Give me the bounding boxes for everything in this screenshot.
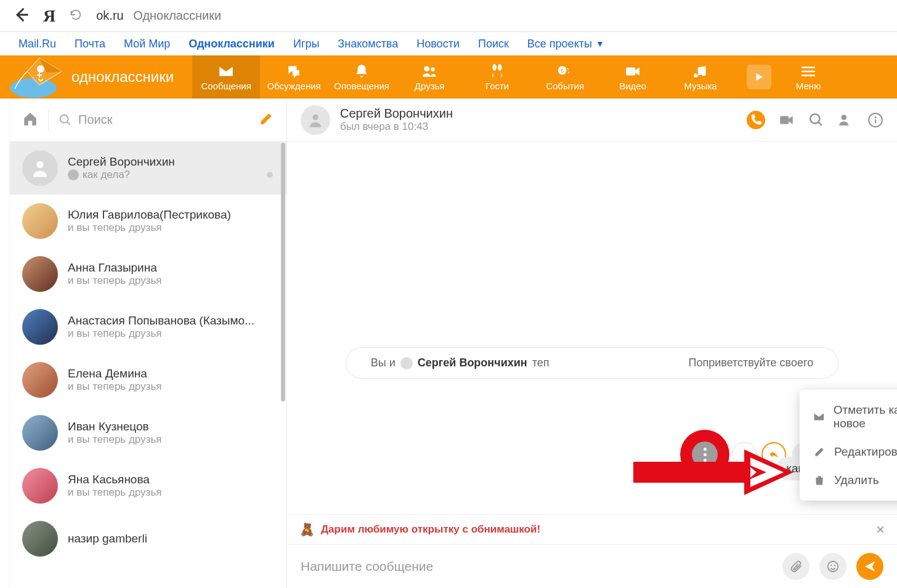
conv-preview-text: и вы теперь друзья (68, 486, 161, 499)
emoji-button[interactable] (819, 553, 846, 580)
conversation-item[interactable]: Елена Деминаи вы теперь друзья (10, 353, 286, 406)
ctx-mark-new[interactable]: Отметить как новое (800, 396, 897, 438)
chat-contact-status: был вчера в 10:43 (340, 121, 453, 133)
compose-button[interactable] (258, 111, 274, 129)
svg-point-15 (810, 114, 819, 123)
ok-logo[interactable]: одноклассники (6, 55, 180, 99)
chat-header: Сергей Ворончихин был вчера в 10:43 (287, 99, 897, 142)
conversation-item[interactable]: Юлия Гаврилова(Пестрикова)и вы теперь др… (10, 195, 286, 248)
ctx-label: Удалить (834, 473, 879, 487)
tab-video[interactable]: Видео (599, 55, 667, 99)
attach-button[interactable] (782, 553, 810, 580)
portal-link[interactable]: Новости (416, 38, 460, 50)
reload-button[interactable] (69, 8, 83, 24)
info-button[interactable] (867, 112, 883, 128)
conv-preview-text: и вы теперь друзья (68, 381, 161, 393)
conv-name: назир gamberli (68, 532, 274, 546)
svg-rect-20 (633, 462, 750, 483)
svg-point-11 (60, 115, 68, 123)
send-button[interactable] (856, 553, 883, 580)
conv-info: назир gamberli (68, 532, 274, 546)
conversations-sidebar: Поиск Сергей Ворончихинкак дела?Юлия Гав… (10, 99, 287, 588)
page-title: Одноклассники (133, 9, 221, 22)
ctx-edit[interactable]: Редактировать (800, 438, 897, 466)
search-placeholder: Поиск (78, 113, 112, 127)
conv-preview-text: и вы теперь друзья (68, 275, 161, 287)
svg-rect-14 (780, 116, 789, 124)
svg-text:5: 5 (561, 67, 564, 73)
conv-preview: и вы теперь друзья (68, 433, 274, 446)
brand-text: одноклассники (71, 68, 174, 86)
portal-link-more[interactable]: Все проекты (527, 38, 592, 50)
add-person-button[interactable] (838, 112, 854, 128)
portal-link[interactable]: Игры (293, 38, 319, 50)
tab-guests[interactable]: Гости (463, 55, 531, 99)
portal-links: Mail.Ru Почта Мой Мир Одноклассники Игры… (0, 32, 897, 55)
conversation-item[interactable]: Анастасия Попыванова (Казымо...и вы тепе… (10, 300, 286, 353)
avatar (22, 521, 58, 557)
svg-point-13 (312, 114, 318, 119)
avatar[interactable] (301, 105, 330, 135)
portal-link[interactable]: Почта (75, 38, 105, 50)
conv-name: Елена Демина (68, 367, 274, 381)
mini-avatar (400, 357, 413, 369)
menu-button[interactable]: Меню (784, 55, 833, 99)
conversation-item[interactable]: назир gamberli (10, 512, 286, 565)
search-input[interactable]: Поиск (59, 113, 248, 127)
portal-link[interactable]: Знакомства (338, 38, 398, 50)
close-promo-button[interactable]: × (876, 521, 885, 538)
chat-contact-name[interactable]: Сергей Ворончихин (340, 107, 453, 121)
conv-preview: и вы теперь друзья (68, 328, 274, 340)
conv-info: Юлия Гаврилова(Пестрикова)и вы теперь др… (68, 208, 274, 234)
portal-link[interactable]: Mail.Ru (18, 38, 56, 50)
address-bar[interactable]: ok.ru Одноклассники (96, 9, 221, 23)
message-input[interactable]: Напишите сообщение (301, 559, 773, 574)
portal-link[interactable]: Мой Мир (124, 38, 170, 50)
svg-point-25 (834, 565, 835, 566)
play-button[interactable] (747, 65, 771, 89)
conv-info: Анастасия Попыванова (Казымо...и вы тепе… (68, 314, 274, 340)
yandex-logo[interactable]: Я (43, 6, 55, 26)
url-domain: ok.ru (96, 9, 123, 22)
portal-link-active[interactable]: Одноклассники (189, 38, 275, 50)
notice-text: Вы и (371, 356, 396, 369)
conversation-item[interactable]: Анна Глазыринаи вы теперь друзья (10, 248, 286, 300)
avatar (22, 150, 58, 186)
main-content: Поиск Сергей Ворончихинкак дела?Юлия Гав… (10, 99, 897, 588)
promo-banner[interactable]: 🧸 Дарим любимую открытку с обнимашкой! × (287, 514, 897, 545)
chat-title-block: Сергей Ворончихин был вчера в 10:43 (340, 107, 453, 133)
avatar (22, 362, 58, 398)
svg-point-16 (841, 115, 846, 120)
svg-point-18 (874, 116, 876, 118)
svg-point-12 (36, 161, 43, 168)
ctx-label: Редактировать (834, 445, 897, 459)
conversation-item[interactable]: Сергей Ворончихинкак дела? (10, 142, 286, 195)
svg-rect-19 (875, 119, 876, 123)
conv-preview: и вы теперь друзья (68, 486, 274, 499)
tab-discussions[interactable]: Обсуждения (260, 55, 328, 99)
conversation-item[interactable]: Яна Касьяноваи вы теперь друзья (10, 459, 286, 512)
conv-name: Анастасия Попыванова (Казымо... (68, 314, 274, 328)
tab-messages[interactable]: Сообщения (192, 55, 260, 99)
tab-friends[interactable]: Друзья (396, 55, 463, 99)
tab-music[interactable]: Музыка (667, 55, 734, 99)
conversation-item[interactable]: Иван Кузнецови вы теперь друзья (10, 406, 286, 459)
tab-events[interactable]: 5События (531, 55, 599, 99)
conv-name: Иван Кузнецов (68, 420, 274, 433)
ctx-delete[interactable]: Удалить (800, 466, 897, 494)
search-in-chat-button[interactable] (808, 112, 824, 128)
home-button[interactable] (22, 111, 38, 129)
ctx-label: Отметить как новое (834, 403, 897, 430)
tab-label: Оповещения (334, 81, 389, 91)
call-button[interactable] (747, 111, 765, 129)
annotation-arrow (633, 449, 800, 495)
tab-label: События (546, 81, 584, 91)
tab-notifications[interactable]: Оповещения (328, 55, 396, 99)
separator (48, 110, 49, 131)
conv-name: Яна Касьянова (68, 473, 274, 486)
conversation-list[interactable]: Сергей Ворончихинкак дела?Юлия Гаврилова… (10, 142, 286, 588)
back-button[interactable] (12, 6, 30, 26)
video-call-button[interactable] (779, 112, 795, 128)
portal-link[interactable]: Поиск (478, 38, 509, 50)
tab-label: Сообщения (201, 81, 251, 91)
